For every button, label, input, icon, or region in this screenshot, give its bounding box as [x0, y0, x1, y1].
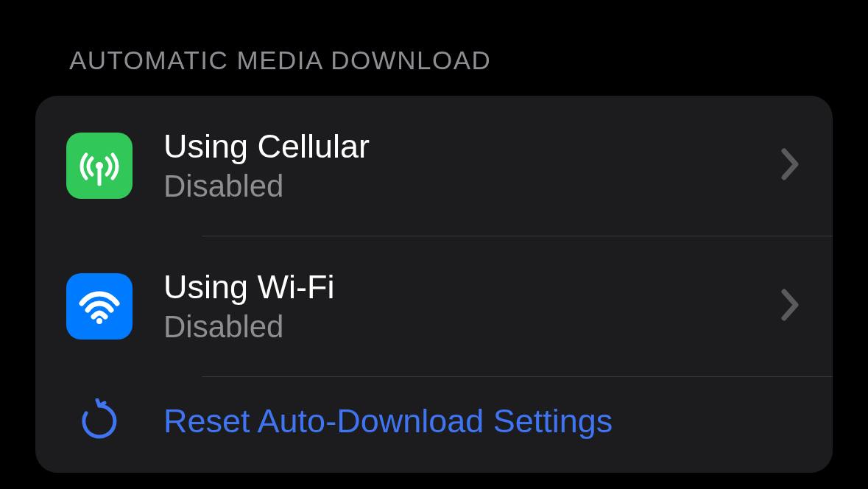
row-content: Using Cellular Disabled	[163, 127, 781, 205]
row-using-cellular[interactable]: Using Cellular Disabled	[35, 96, 833, 236]
row-title-wifi: Using Wi-Fi	[163, 267, 781, 307]
row-title-cellular: Using Cellular	[163, 127, 781, 166]
reset-icon	[66, 398, 133, 444]
row-subtitle-cellular: Disabled	[163, 168, 781, 205]
section-header: AUTOMATIC MEDIA DOWNLOAD	[0, 0, 868, 75]
reset-label: Reset Auto-Download Settings	[163, 402, 613, 440]
row-subtitle-wifi: Disabled	[163, 309, 781, 345]
row-reset-auto-download[interactable]: Reset Auto-Download Settings	[35, 377, 833, 473]
chevron-right-icon	[781, 147, 802, 185]
svg-point-2	[96, 318, 102, 324]
settings-group: Using Cellular Disabled Using Wi-Fi Disa…	[35, 96, 833, 473]
row-content: Using Wi-Fi Disabled	[163, 267, 781, 345]
chevron-right-icon	[781, 287, 802, 326]
cellular-antenna-icon	[66, 133, 133, 199]
row-using-wifi[interactable]: Using Wi-Fi Disabled	[35, 236, 833, 376]
wifi-icon	[66, 273, 133, 340]
